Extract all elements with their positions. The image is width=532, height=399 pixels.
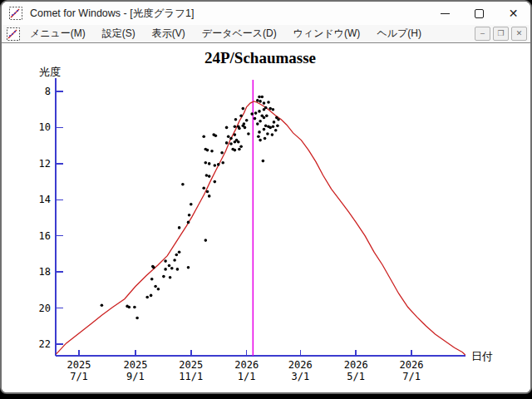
mdi-restore-icon: ❐ — [497, 30, 504, 37]
y-axis-label: 光度 — [39, 66, 61, 78]
svg-text:2026: 2026 — [288, 359, 313, 371]
svg-text:7/1: 7/1 — [70, 371, 88, 382]
mdi-restore-button[interactable]: ❐ — [493, 27, 509, 41]
maximize-icon — [475, 9, 484, 18]
svg-text:10: 10 — [39, 121, 51, 133]
y-axis-ticks: 810121416182022 — [39, 86, 63, 350]
title-bar[interactable]: Comet for Windows - [光度グラフ1] ✕ — [2, 2, 530, 25]
svg-text:11/1: 11/1 — [179, 371, 203, 382]
maximize-button[interactable] — [462, 2, 496, 25]
svg-text:3/1: 3/1 — [291, 371, 309, 382]
close-icon: ✕ — [509, 7, 519, 20]
app-icon — [9, 7, 22, 20]
mdi-close-button[interactable]: ✕ — [511, 27, 527, 41]
minimize-icon — [441, 13, 450, 14]
document-icon — [7, 27, 20, 41]
svg-text:2026: 2026 — [344, 359, 368, 371]
minimize-button[interactable] — [428, 2, 462, 25]
mdi-close-icon: ✕ — [516, 30, 523, 37]
close-button[interactable]: ✕ — [496, 2, 530, 25]
mdi-minimize-button[interactable]: – — [475, 27, 490, 41]
svg-text:2026: 2026 — [400, 359, 424, 371]
x-axis-ticks: 20257/120259/1202511/120261/120263/12026… — [67, 350, 424, 382]
svg-text:2025: 2025 — [179, 359, 203, 371]
app-window: Comet for Windows - [光度グラフ1] ✕ メニュー(M) 設… — [0, 0, 532, 394]
svg-text:12: 12 — [39, 158, 51, 170]
menu-item-help[interactable]: ヘルプ(H) — [368, 25, 430, 42]
svg-text:18: 18 — [39, 266, 51, 278]
svg-text:9/1: 9/1 — [126, 371, 145, 382]
svg-text:16: 16 — [39, 230, 51, 242]
svg-text:8: 8 — [45, 86, 51, 97]
svg-text:7/1: 7/1 — [402, 371, 421, 382]
svg-text:5/1: 5/1 — [347, 371, 365, 382]
menu-item-window[interactable]: ウィンドウ(W) — [285, 25, 369, 42]
svg-text:2025: 2025 — [67, 359, 91, 371]
light-curve-chart: 24P/Schaumasse81012141618202220257/12025… — [2, 43, 530, 392]
svg-text:2026: 2026 — [234, 359, 259, 371]
menu-item-database[interactable]: データベース(D) — [194, 25, 285, 42]
svg-text:22: 22 — [39, 338, 51, 350]
menu-item-menu[interactable]: メニュー(M) — [22, 25, 94, 42]
mdi-minimize-icon: – — [480, 30, 485, 37]
x-axis-label: 日付 — [471, 350, 493, 362]
svg-text:1/1: 1/1 — [238, 371, 256, 382]
svg-text:14: 14 — [39, 194, 51, 205]
menu-bar: メニュー(M) 設定(S) 表示(V) データベース(D) ウィンドウ(W) ヘ… — [2, 25, 530, 43]
menu-item-view[interactable]: 表示(V) — [144, 25, 194, 42]
menu-item-settings[interactable]: 設定(S) — [94, 25, 144, 42]
chart-title: 24P/Schaumasse — [204, 49, 316, 66]
window-title: Comet for Windows - [光度グラフ1] — [30, 7, 428, 21]
svg-text:20: 20 — [39, 303, 51, 314]
svg-text:2025: 2025 — [123, 359, 147, 371]
